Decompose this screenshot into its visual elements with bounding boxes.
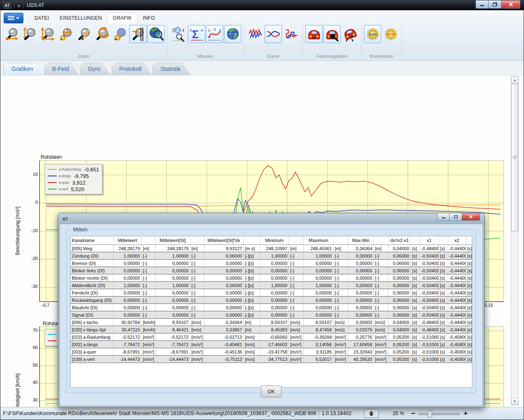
tab-gyro[interactable]: Gyro: [80, 63, 110, 75]
ribbon-tab-info[interactable]: INFO: [137, 13, 160, 23]
table-row[interactable]: [023] a-Radumfang-0,52172[m/s²]-0,52172[…: [71, 333, 472, 341]
table-cell: -0,51000: [420, 356, 439, 363]
table-cell: [s]: [439, 297, 448, 304]
zoom-settings-icon[interactable]: [111, 25, 128, 43]
zoom-in-button[interactable]: +: [464, 409, 468, 418]
close-button[interactable]: [501, 0, 520, 9]
measure-cursor-icon[interactable]: [129, 25, 146, 43]
table-cell: [-]: [190, 252, 204, 260]
slider-thumb[interactable]: [428, 410, 432, 418]
table-cell: -0,52172: [113, 333, 141, 341]
curve-step-icon[interactable]: [283, 25, 300, 43]
table-row[interactable]: Signal (DI)0,00000[-]0,00000[-]0,00000[-…: [71, 311, 472, 319]
table-cell: 0,00000: [348, 260, 373, 267]
table-row[interactable]: Rückwärtsgang (DI)0,00000[-]0,00000[-]0,…: [71, 297, 472, 304]
stepper-up-icon[interactable]: [369, 411, 373, 413]
auto-correction-icon[interactable]: Auto: [364, 25, 381, 43]
tab-grafiken[interactable]: Grafiken: [4, 63, 43, 75]
version-label: 1.0.13.16402: [322, 411, 352, 416]
ribbon-tab-datei[interactable]: DATEI: [29, 13, 54, 23]
table-cell: 0,00000: [260, 260, 289, 267]
dialog-minimize-button[interactable]: [437, 213, 450, 221]
table-cell: -0,45800: [448, 348, 466, 356]
table-row[interactable]: Blinker rechts (DI)0,00000[-]0,00000[-]0…: [71, 274, 472, 282]
zoom-vertical-icon[interactable]: [21, 25, 38, 43]
measure-curve-icon[interactable]: 234: [206, 25, 223, 43]
slider-track[interactable]: [419, 413, 460, 415]
legend-label: a-quer: [59, 180, 69, 185]
table-row[interactable]: Fernlicht (DI)0,00000[-]0,00000[-]0,0000…: [71, 289, 472, 297]
table-cell: 0,04000: [389, 245, 411, 252]
table-cell: [-]: [142, 274, 156, 282]
table-cell: [-]: [374, 304, 389, 311]
ribbon-tab-einstellungen[interactable]: EINSTELLUNGEN: [54, 13, 107, 23]
stepper-down-icon[interactable]: [369, 414, 373, 416]
table-cell: [m/s²]: [374, 333, 389, 341]
table-cell: -0,50400: [420, 274, 439, 282]
zoom-both-axes-icon[interactable]: [39, 25, 56, 43]
table-row[interactable]: Bremse (DI)0,00000[-]0,00000[-]0,00000[-…: [71, 260, 472, 267]
zoom-slider[interactable]: [419, 409, 460, 418]
vehicle-tools-icon[interactable]: [323, 25, 341, 43]
title-bar: AT | » | UDS AT: [0, 0, 524, 10]
dialog-title-bar[interactable]: AT: [58, 213, 484, 224]
table-cell: 248,28179: [113, 245, 141, 252]
restore-button[interactable]: [488, 0, 501, 9]
measure-points-icon[interactable]: 234: [170, 25, 187, 43]
tab-statistik[interactable]: Statistik: [153, 63, 191, 75]
table-row[interactable]: [003] a-quer-8,67991[m/s²]-8,67991[m/s²]…: [71, 348, 472, 356]
ribbon-tab-grafik[interactable]: GRAFIK: [107, 13, 137, 23]
zoom-horizontal-icon[interactable]: [3, 25, 20, 43]
quick-access-chevrons-icon[interactable]: »: [18, 2, 21, 9]
table-cell: [-]: [289, 289, 304, 297]
table-row[interactable]: Zündung (DI)1,00000[-]1,00000[-]0,06000[…: [71, 252, 472, 260]
zoom-pan-icon[interactable]: [57, 25, 74, 43]
scrollbar-thumb[interactable]: [511, 84, 518, 231]
manual-correction-icon[interactable]: [382, 25, 399, 43]
table-cell: -0,50400: [420, 304, 439, 311]
minimize-button[interactable]: [476, 0, 489, 9]
dialog-body: Mitteln KanalnameMittelwertMittelwert[SI…: [60, 224, 482, 405]
scroll-down-icon[interactable]: ▼: [511, 398, 518, 405]
table-cell: -0,48400: [420, 319, 439, 326]
curve-raw-icon[interactable]: [247, 25, 264, 43]
vehicle-icon[interactable]: [305, 25, 323, 43]
zoom-world-icon[interactable]: [147, 25, 165, 43]
tab-protokoll[interactable]: Protokoll: [112, 63, 152, 75]
tab-b-feld[interactable]: B-Feld: [44, 63, 79, 75]
table-cell: [-]: [333, 252, 348, 260]
dialog-restore-button[interactable]: [449, 213, 462, 221]
y-tick-label: 0: [22, 200, 38, 205]
table-row[interactable]: Abblendlicht (DI)1,00000[-]1,00000[-]0,0…: [71, 282, 472, 289]
table-cell: [m/s]: [374, 326, 389, 333]
table-cell: [-]: [190, 297, 204, 304]
table-row[interactable]: [109] a-vert-14,44473[m/s²]-14,44473[m/s…: [71, 356, 472, 363]
vertical-scrollbar[interactable]: ▲ ▼: [511, 76, 519, 405]
table-row[interactable]: [005] Weg248,28179[m]248,28179[m]9,93127…: [71, 245, 472, 252]
table-cell: [m/s²]: [142, 333, 156, 341]
table-row[interactable]: Blaulicht (DI)0,00000[-]0,00000[-]0,0000…: [71, 304, 472, 311]
table-row[interactable]: Blinker links (DI)0,00000[-]0,00000[-]0,…: [71, 267, 472, 274]
zoom-undo-icon[interactable]: [93, 25, 110, 43]
table-cell: 0,00000: [348, 319, 373, 326]
table-row[interactable]: [006] v-tacho30,92784[km/h]8,59107[m/s]0…: [71, 319, 472, 326]
table-row[interactable]: [020] v-längs-Spl30,47115[km/h]8,46421[m…: [71, 326, 472, 333]
table-cell: 0,00000: [156, 297, 190, 304]
app-menu-button[interactable]: [4, 13, 23, 23]
ok-button[interactable]: OK: [261, 386, 282, 397]
sum-sigma-icon[interactable]: 24Σ: [188, 25, 205, 43]
table-cell: 0,06000: [389, 282, 411, 289]
scroll-up-icon[interactable]: ▲: [511, 77, 518, 84]
table-cell: [m/s²]: [190, 341, 204, 348]
zoom-stepper[interactable]: [364, 409, 379, 418]
dialog-close-button[interactable]: [462, 213, 480, 221]
table-cell: [s]: [411, 245, 420, 252]
curve-smooth-icon[interactable]: [265, 25, 282, 43]
column-header: [411, 236, 420, 245]
vehicle-crash-icon[interactable]: [341, 25, 359, 43]
table-cell: [s]: [439, 348, 448, 356]
zoom-select-icon[interactable]: [75, 25, 92, 43]
zoom-out-button[interactable]: −: [411, 409, 415, 418]
table-row[interactable]: [002] a-längs-7,78472[m/s²]-7,78472[m/s²…: [71, 341, 472, 348]
world-icon[interactable]: [224, 25, 241, 43]
